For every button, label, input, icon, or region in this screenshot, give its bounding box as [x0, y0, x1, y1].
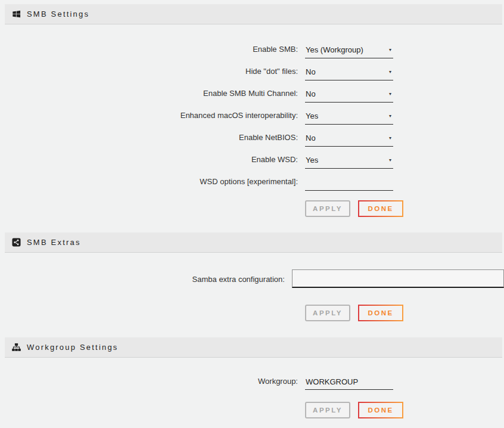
dropdown-arrow-icon: ▾	[389, 136, 391, 141]
smb-settings-buttons: APPLY DONE	[305, 200, 504, 217]
field-label: Enhanced macOS interoperability:	[0, 111, 298, 125]
field-label: Enable SMB Multi Channel:	[0, 89, 298, 103]
select-value: No	[306, 67, 316, 76]
smb-multi-channel-select[interactable]: No ▾	[305, 89, 393, 103]
dropdown-arrow-icon: ▾	[389, 158, 391, 163]
section-smb-settings: SMB Settings Enable SMB: Yes (Workgroup)…	[0, 4, 504, 217]
sitemap-icon	[12, 343, 21, 352]
workgroup-input[interactable]	[305, 377, 393, 390]
select-value: Yes	[306, 111, 318, 120]
dropdown-arrow-icon: ▾	[389, 114, 391, 119]
workgroup-settings-buttons: APPLY DONE	[305, 402, 504, 418]
apply-button[interactable]: APPLY	[305, 305, 350, 321]
samba-extra-configuration-textarea[interactable]	[292, 269, 504, 288]
row-macos-interoperability: Enhanced macOS interoperability: Yes ▾	[0, 103, 504, 125]
field-label: Enable NetBIOS:	[0, 133, 298, 147]
field-label: Samba extra configuration:	[0, 269, 285, 284]
windows-icon	[12, 10, 21, 18]
field-label: Hide "dot" files:	[0, 67, 298, 80]
select-value: No	[306, 89, 316, 98]
enable-netbios-select[interactable]: No ▾	[305, 134, 393, 147]
row-enable-smb: Enable SMB: Yes (Workgroup) ▾	[0, 36, 504, 58]
select-value: Yes	[306, 156, 318, 165]
workgroup-settings-header: Workgroup Settings	[5, 337, 502, 358]
apply-button[interactable]: APPLY	[305, 402, 350, 418]
smb-settings-form: Enable SMB: Yes (Workgroup) ▾ Hide "dot"…	[0, 24, 504, 217]
enable-wsd-select[interactable]: Yes ▾	[305, 156, 393, 169]
smb-extras-buttons: APPLY DONE	[305, 305, 504, 321]
field-label: Enable SMB:	[0, 45, 298, 58]
smb-extras-header: SMB Extras	[5, 232, 502, 253]
row-workgroup: Workgroup:	[0, 374, 504, 390]
wsd-options-input[interactable]	[305, 178, 393, 191]
row-smb-multi-channel: Enable SMB Multi Channel: No ▾	[0, 80, 504, 103]
done-button[interactable]: DONE	[358, 200, 403, 217]
hide-dot-files-select[interactable]: No ▾	[305, 67, 393, 80]
field-label: Enable WSD:	[0, 155, 298, 169]
section-title: SMB Settings	[27, 10, 89, 18]
select-value: No	[306, 134, 316, 142]
row-hide-dot-files: Hide "dot" files: No ▾	[0, 58, 504, 80]
section-title: SMB Extras	[27, 238, 81, 247]
dropdown-arrow-icon: ▾	[389, 92, 391, 97]
dropdown-arrow-icon: ▾	[389, 70, 391, 75]
macos-interoperability-select[interactable]: Yes ▾	[305, 111, 393, 125]
row-samba-extra-configuration: Samba extra configuration:	[0, 269, 504, 288]
enable-smb-select[interactable]: Yes (Workgroup) ▾	[305, 45, 393, 58]
apply-button[interactable]: APPLY	[305, 200, 350, 217]
section-smb-extras: SMB Extras Samba extra configuration: AP…	[0, 232, 504, 321]
field-label: Workgroup:	[0, 377, 298, 390]
row-enable-netbios: Enable NetBIOS: No ▾	[0, 125, 504, 147]
done-button[interactable]: DONE	[358, 402, 403, 418]
dropdown-arrow-icon: ▾	[389, 48, 391, 52]
row-enable-wsd: Enable WSD: Yes ▾	[0, 147, 504, 169]
select-value: Yes (Workgroup)	[306, 45, 363, 54]
smb-settings-header: SMB Settings	[5, 4, 502, 24]
done-button[interactable]: DONE	[358, 305, 403, 321]
share-icon	[12, 238, 21, 247]
section-title: Workgroup Settings	[27, 343, 119, 352]
section-workgroup-settings: Workgroup Settings Workgroup: APPLY DONE	[0, 337, 504, 418]
row-wsd-options: WSD options [experimental]:	[0, 169, 504, 191]
field-label: WSD options [experimental]:	[0, 177, 298, 191]
